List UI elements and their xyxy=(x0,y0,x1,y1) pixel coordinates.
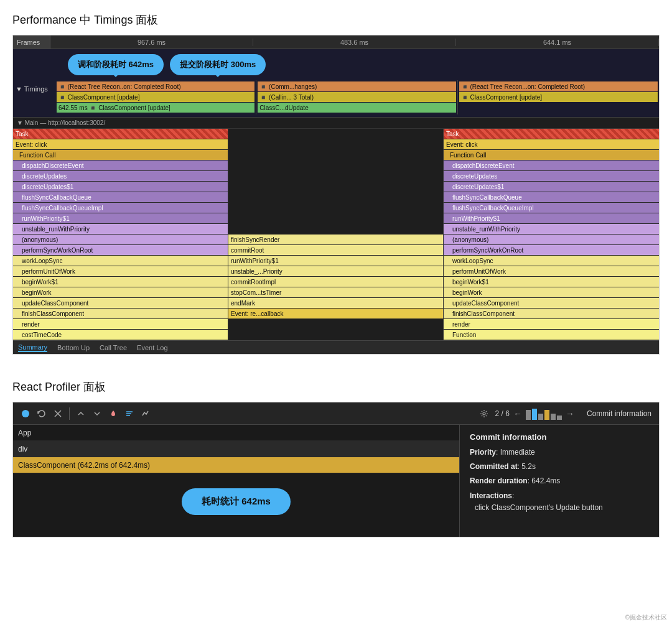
fn-call-3: Function Call xyxy=(444,150,659,160)
interactions-value: click ClassComponent's Update button xyxy=(470,503,603,512)
commit-root: commitRoot xyxy=(228,245,443,256)
begin-work-1: beginWork xyxy=(13,287,228,298)
bottom-bubble: 耗时统计 642ms xyxy=(182,488,291,515)
commit-bar-2-selected[interactable] xyxy=(532,409,537,420)
anon-1: (anonymous) xyxy=(13,235,228,245)
flush-sync-impl-3: flushSyncCallbackQueueImpl xyxy=(444,203,659,213)
bottom-up-tab[interactable]: Bottom Up xyxy=(57,344,90,351)
section2-title: React Profiler 面板 xyxy=(12,379,660,394)
timings-section: ▼ Timings 调和阶段耗时 642ms 提交阶段耗时 300ms ◾ (R… xyxy=(13,49,659,118)
bubbles-row: 调和阶段耗时 642ms 提交阶段耗时 300ms xyxy=(68,54,659,75)
frame-time-1: 967.6 ms xyxy=(50,39,253,46)
profiler-panel: 2 / 6 ← → Commit information App div xyxy=(12,402,660,537)
div-row: div xyxy=(13,441,459,457)
commit-bar-6[interactable] xyxy=(557,416,562,420)
class-comp-row[interactable]: ClassComponent (642.2ms of 642.4ms) xyxy=(13,457,459,473)
call-col-1: Task Event: click Function Call dispatch… xyxy=(13,129,228,340)
timings-label: ▼ Timings xyxy=(16,54,55,93)
class-comp-label: ClassComponent (642.2ms of 642.4ms) xyxy=(18,461,150,470)
ranked-button[interactable] xyxy=(124,409,134,419)
discrete-updates-3: discreteUpdates xyxy=(444,171,659,182)
commit-bubble: 提交阶段耗时 300ms xyxy=(170,54,266,75)
commit-root-impl: commitRootImpl xyxy=(228,277,443,287)
timing-col-2: ◾ (Comm...hanges) ◾ (Callin... 3 Total) … xyxy=(256,80,457,114)
bottom-bubble-area: 耗时统计 642ms xyxy=(13,473,459,530)
commit-info-title: Commit information xyxy=(470,432,649,442)
timing-bar-1-2: ◾ ClassComponent [update] xyxy=(57,92,254,102)
run-priority-1: runWithPriority$1 xyxy=(13,213,228,224)
timing-bars-area: ◾ (React Tree Recon..on: Completed Root)… xyxy=(55,80,659,114)
task-entry-1: Task xyxy=(13,129,228,139)
timing-bar-3-2: ◾ ClassComponent [update] xyxy=(459,92,658,102)
fn-call-1: Function Call xyxy=(13,150,228,160)
task-entry-3: Task xyxy=(444,129,659,139)
down-arrow-button[interactable] xyxy=(92,409,102,419)
update-class-3: updateClassComponent xyxy=(444,298,659,309)
div-label: div xyxy=(18,445,27,453)
commit-bar-5[interactable] xyxy=(551,414,556,420)
frame-time-3: 644.1 ms xyxy=(456,39,659,46)
commit-info-label: Commit information xyxy=(587,409,651,418)
dispatch-1: dispatchDiscreteEvent xyxy=(13,160,228,171)
app-row: App xyxy=(13,425,459,441)
render-duration-row: Render duration: 642.4ms xyxy=(470,475,649,487)
performance-panel: Frames 967.6 ms 483.6 ms 644.1 ms ▼ Timi… xyxy=(12,35,660,355)
flush-sync-1: flushSyncCallbackQueue xyxy=(13,192,228,203)
finish-class-3: finishClassComponent xyxy=(444,309,659,319)
perf-unit-3: performUnitOfWork xyxy=(444,266,659,277)
svg-point-6 xyxy=(483,412,485,415)
perf-unit-1: performUnitOfWork xyxy=(13,266,228,277)
spacer-5 xyxy=(228,182,443,192)
up-arrow-button[interactable] xyxy=(76,409,86,419)
work-loop-3: workLoopSync xyxy=(444,256,659,266)
chart-button[interactable] xyxy=(141,409,151,419)
stop-com-timer: stopCom...tsTimer xyxy=(228,287,443,298)
unstable-priority-col2: unstable_...Priority xyxy=(228,266,443,277)
event-click-3: Event: click xyxy=(444,139,659,150)
render-3: render xyxy=(444,319,659,330)
render-duration-label: Render duration xyxy=(470,476,528,485)
summary-tab[interactable]: Summary xyxy=(18,343,47,352)
commit-bar-1[interactable] xyxy=(526,410,531,420)
record-button[interactable] xyxy=(21,409,30,419)
call-tree-tab[interactable]: Call Tree xyxy=(100,344,127,351)
prev-commit-button[interactable]: ← xyxy=(513,409,522,419)
frames-label: Frames xyxy=(13,35,50,49)
timing-col-3: ◾ (React Tree Recon...on: Completed Root… xyxy=(458,80,659,114)
reload-button[interactable] xyxy=(37,409,47,419)
stop-button[interactable] xyxy=(53,409,63,419)
summary-row: Summary Bottom Up Call Tree Event Log xyxy=(13,340,659,354)
flame-chart-button[interactable] xyxy=(108,409,118,419)
commit-count: 2 / 6 xyxy=(495,409,510,418)
event-log-tab[interactable]: Event Log xyxy=(137,344,168,351)
begin-work-3: beginWork xyxy=(444,287,659,298)
timing-bar-3-1: ◾ (React Tree Recon...on: Completed Root… xyxy=(459,81,658,91)
frame-time-2: 483.6 ms xyxy=(253,39,456,46)
interactions-label: Interactions xyxy=(470,491,512,500)
spacer-3 xyxy=(228,160,443,171)
commit-bar-4[interactable] xyxy=(544,410,549,420)
gear-button[interactable] xyxy=(479,409,489,419)
perf-sync-3: performSyncWorkOnRoot xyxy=(444,245,659,256)
commit-bar-3[interactable] xyxy=(538,414,543,420)
dispatch-3: dispatchDiscreteEvent xyxy=(444,160,659,171)
call-col-2: Task finishSyncRender commitRoot runWith… xyxy=(228,129,444,340)
run-priority-col2: runWithPriority$1 xyxy=(228,256,443,266)
cost-time-3: Function xyxy=(444,330,659,340)
interactions-row: Interactions: click ClassComponent's Upd… xyxy=(470,490,649,514)
frames-row: Frames 967.6 ms 483.6 ms 644.1 ms xyxy=(13,35,659,49)
spacer-8 xyxy=(228,213,443,224)
svg-point-0 xyxy=(22,410,29,417)
commit-nav: 2 / 6 ← → xyxy=(495,407,574,420)
begin-work-s1-1: beginWork$1 xyxy=(13,277,228,287)
spacer-6 xyxy=(228,192,443,203)
timing-bar-2-3: ClassC...dUpdate xyxy=(258,103,455,113)
app-label: App xyxy=(18,429,31,437)
anon-3: (anonymous) xyxy=(444,235,659,245)
profiler-toolbar: 2 / 6 ← → Commit information xyxy=(13,402,659,425)
next-commit-button[interactable]: → xyxy=(566,409,574,419)
cost-time-1: costTimeCode xyxy=(13,330,228,340)
spacer-7 xyxy=(228,203,443,213)
begin-work-s1-3: beginWork$1 xyxy=(444,277,659,287)
frames-times: 967.6 ms 483.6 ms 644.1 ms xyxy=(50,39,659,46)
